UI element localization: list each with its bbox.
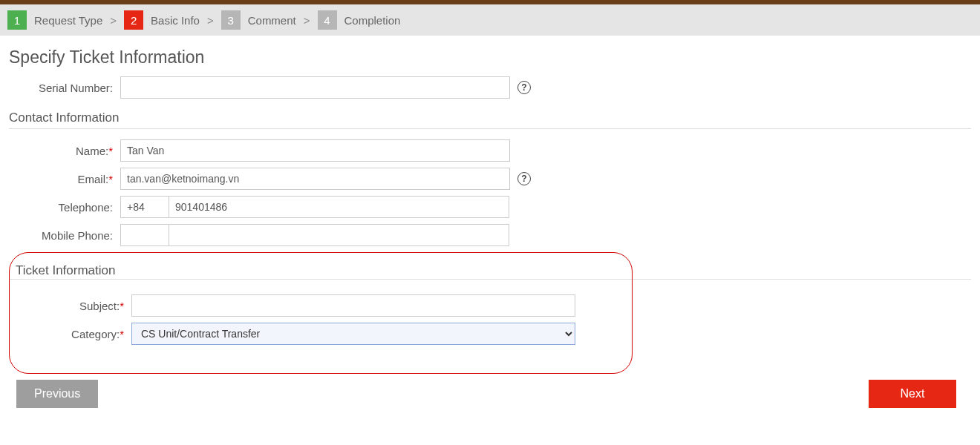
step-3-box: 3 xyxy=(221,10,241,30)
serial-label: Serial Number: xyxy=(9,82,120,94)
telephone-label: Telephone: xyxy=(9,201,120,214)
step-2-label[interactable]: Basic Info xyxy=(151,14,200,27)
mobile-code-input[interactable] xyxy=(120,224,169,246)
section-divider xyxy=(9,128,971,129)
mobile-input[interactable] xyxy=(169,224,509,246)
subject-label: Subject:* xyxy=(13,300,131,312)
step-1-label[interactable]: Request Type xyxy=(34,14,102,27)
subject-input[interactable] xyxy=(131,294,575,317)
mobile-label: Mobile Phone: xyxy=(9,229,120,242)
category-label: Category:* xyxy=(13,328,131,340)
next-button[interactable]: Next xyxy=(869,380,956,408)
step-4-label: Completion xyxy=(344,14,401,27)
breadcrumb-sep: > xyxy=(304,14,310,27)
contact-section-title: Contact Information xyxy=(9,111,971,125)
page-title: Specify Ticket Information xyxy=(9,47,971,67)
step-1-box[interactable]: 1 xyxy=(7,10,27,30)
help-icon[interactable]: ? xyxy=(517,81,531,94)
step-2-box[interactable]: 2 xyxy=(124,10,143,30)
name-input[interactable] xyxy=(120,139,510,162)
ticket-section-title: Ticket Information xyxy=(16,263,624,278)
previous-button[interactable]: Previous xyxy=(16,380,98,408)
ticket-highlight: Ticket Information Subject:* Category:* … xyxy=(9,252,633,374)
category-select[interactable]: CS Unit/Contract Transfer xyxy=(131,323,575,345)
breadcrumb-sep: > xyxy=(110,14,117,27)
breadcrumb-sep: > xyxy=(207,14,214,27)
serial-input[interactable] xyxy=(120,76,510,99)
help-icon[interactable]: ? xyxy=(517,172,531,185)
telephone-code-input[interactable] xyxy=(120,196,169,218)
email-input[interactable] xyxy=(120,168,510,190)
step-4-box: 4 xyxy=(318,10,337,30)
email-label: Email:* xyxy=(9,173,120,185)
breadcrumb: 1 Request Type > 2 Basic Info > 3 Commen… xyxy=(0,4,980,36)
telephone-input[interactable] xyxy=(169,196,509,218)
step-3-label: Comment xyxy=(248,14,296,27)
name-label: Name:* xyxy=(9,145,120,157)
